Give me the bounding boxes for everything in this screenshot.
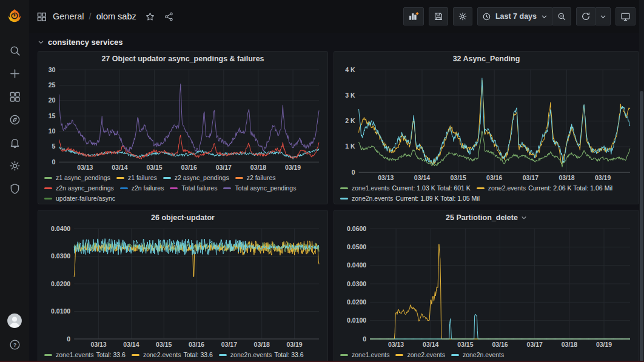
svg-text:03/17: 03/17 [216,163,232,170]
svg-text:4 K: 4 K [345,66,355,73]
breadcrumb-section[interactable]: General [53,12,84,21]
svg-text:03/15: 03/15 [156,341,172,348]
panel-title-text: 25 Partiotion_delete [446,213,518,222]
sidebar-item-alerting[interactable] [0,131,29,154]
legend-item[interactable]: z1 failures [116,173,157,183]
legend-item[interactable]: zone2.eventsTotal: 33.6 [132,350,213,360]
svg-text:0.0100: 0.0100 [347,317,366,324]
refresh-button[interactable] [576,7,595,25]
scrollbar-thumb[interactable] [640,91,643,362]
legend-series-value: Total: 33.6 [274,350,303,360]
legend-item[interactable]: zone1.events [340,350,389,360]
panel-partition-delete: 25 Partiotion_delete 03/1303/1403/1503/1… [334,210,639,362]
user-avatar[interactable] [0,309,29,333]
legend-item[interactable]: z2n failures [120,183,164,193]
legend-color-swatch [219,354,227,357]
save-dashboard-button[interactable] [429,7,448,25]
svg-text:0.0400: 0.0400 [51,225,70,232]
panel-title-text: 32 Async_Pending [453,55,520,63]
time-series-chart[interactable]: 03/1303/1403/1503/1603/1703/1803/1901 K2… [339,66,634,183]
legend-item[interactable]: zone2.events [395,350,444,360]
legend-item[interactable]: z2 async_pendings [163,173,229,183]
sidebar-item-help[interactable]: ? [0,333,29,356]
svg-text:03/13: 03/13 [388,341,404,348]
svg-text:30: 30 [49,66,56,73]
shield-icon [8,183,21,195]
legend-item[interactable]: zone2n.events [451,350,504,360]
legend-item[interactable]: zone2n.eventsCurrent: 1.89 K Total: 1.05… [340,193,480,204]
legend-color-swatch [235,177,243,179]
legend-color-swatch [44,177,52,179]
svg-text:03/17: 03/17 [523,173,538,181]
legend-item[interactable]: zone1.eventsCurrent: 1.03 K Total: 601 K [340,183,471,193]
sidebar-item-search[interactable] [0,39,29,62]
panel-object-updator: 26 object-updator 03/1303/1403/1503/1603… [38,210,328,362]
svg-text:03/18: 03/18 [558,173,574,181]
monitor-icon [620,12,631,22]
svg-text:03/18: 03/18 [250,163,266,170]
sidebar-item-admin[interactable] [0,177,29,200]
sidebar-item-dashboards[interactable] [0,85,29,108]
legend-series-name: updater-failure/async [56,193,115,204]
panel-title[interactable]: 27 Object updator async_pendings & failu… [43,52,323,66]
legend-item[interactable]: updater-failure/async [44,193,115,204]
legend-item[interactable]: z2 failures [235,173,276,183]
svg-text:03/14: 03/14 [423,341,438,348]
svg-text:03/17: 03/17 [221,341,237,348]
svg-text:03/17: 03/17 [527,341,543,348]
panel-async-pending: 32 Async_Pending 03/1303/1403/1503/1603/… [334,51,639,204]
time-series-chart[interactable]: 03/1303/1403/1503/1603/1703/1803/1900.01… [43,225,323,349]
legend-color-swatch [395,354,403,357]
search-icon [8,44,21,57]
clock-icon [482,12,491,21]
apps-icon [36,12,47,22]
sidebar-item-configuration[interactable] [0,154,29,177]
star-dashboard-button[interactable] [145,12,155,22]
svg-text:03/18: 03/18 [254,341,270,348]
svg-text:03/19: 03/19 [285,163,301,170]
add-panel-button[interactable] [403,7,424,25]
panel-title-text: 26 object-updator [151,213,215,222]
dashboard-row-header[interactable]: consitency services [38,33,639,51]
svg-text:03/13: 03/13 [90,341,106,348]
svg-text:1 K: 1 K [345,142,355,150]
panel-title[interactable]: 32 Async_Pending [339,52,634,66]
panel-title[interactable]: 25 Partiotion_delete [339,210,634,225]
time-series-chart[interactable]: 03/1303/1403/1503/1603/1703/1803/1900.01… [339,225,634,349]
svg-text:0.0200: 0.0200 [347,298,366,306]
page-scrollbar[interactable] [639,0,644,362]
tv-mode-button[interactable] [615,7,636,25]
time-series-chart[interactable]: 03/1303/1403/1503/1603/1703/1803/1905101… [43,66,323,172]
legend-item[interactable]: Total async_pendings [223,183,296,193]
svg-text:0.0300: 0.0300 [51,252,70,260]
sidebar-item-create[interactable] [0,62,29,85]
legend-series-name: zone2n.events [463,350,504,360]
legend-item[interactable]: zone2n.eventsTotal: 33.6 [219,350,304,360]
legend-item[interactable]: zone1.eventsTotal: 33.6 [44,350,126,360]
refresh-interval-dropdown[interactable] [595,7,611,25]
legend-color-swatch [477,187,485,190]
main-area: General / olom sabz [29,0,644,362]
legend-item[interactable]: z2n async_pendings [44,183,114,193]
legend-series-name: zone1.events [56,350,93,360]
legend-item[interactable]: zone2.eventsCurrent: 2.06 K Total: 1.06 … [477,183,612,193]
time-range-picker[interactable]: Last 7 days [477,7,552,25]
share-dashboard-button[interactable] [164,12,174,22]
legend-series-name: Total async_pendings [235,183,296,193]
svg-text:0.0400: 0.0400 [347,261,366,269]
legend-item[interactable]: z1 async_pendings [44,173,110,183]
legend-color-swatch [170,187,178,190]
panel-menu-chevron-icon[interactable] [521,215,527,221]
legend-item[interactable]: Total failures [170,183,217,193]
panel-title[interactable]: 26 object-updator [43,210,323,225]
grafana-logo[interactable] [2,4,27,28]
legend-series-value: Total: 33.6 [183,350,212,360]
sidebar-item-explore[interactable] [0,108,29,131]
compass-icon [8,113,21,126]
dashboard-settings-button[interactable] [453,7,472,25]
legend-series-name: Total failures [181,183,217,193]
zoom-out-time-button[interactable] [552,7,571,25]
legend-series-name: zone2.events [143,350,181,360]
dashboard-title[interactable]: olom sabz [96,12,136,21]
legend-color-swatch [132,354,139,357]
